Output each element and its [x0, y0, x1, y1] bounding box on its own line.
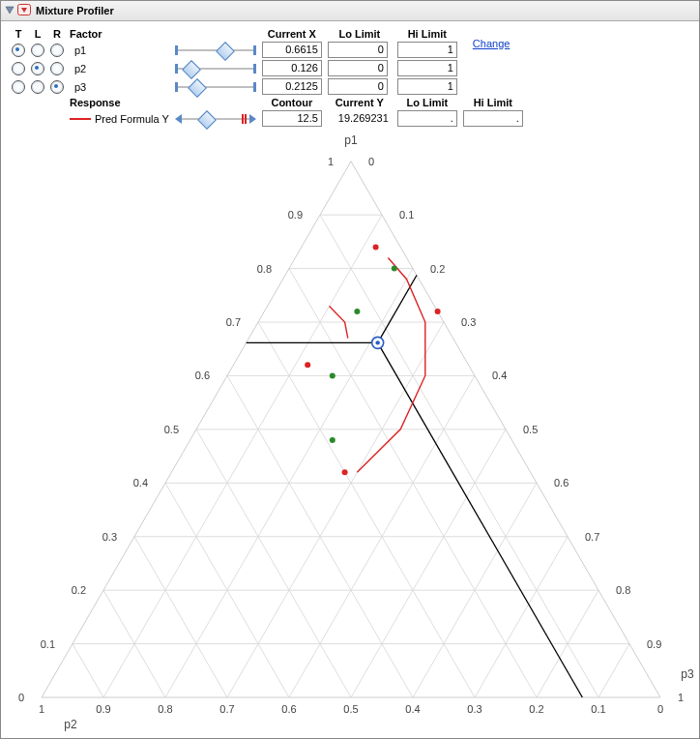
- contour-value[interactable]: 12.5: [262, 110, 322, 127]
- svg-text:0.9: 0.9: [96, 703, 110, 715]
- svg-point-71: [354, 309, 360, 314]
- svg-text:0: 0: [657, 703, 663, 715]
- svg-text:1: 1: [39, 703, 44, 715]
- svg-text:0.6: 0.6: [554, 477, 569, 488]
- radio-p2-T[interactable]: [12, 62, 25, 75]
- radio-p3-T[interactable]: [12, 80, 25, 94]
- col-currentX: Current X: [259, 27, 325, 41]
- svg-text:1: 1: [328, 156, 334, 167]
- factor-label: p1: [67, 41, 172, 59]
- change-link[interactable]: Change: [463, 38, 510, 49]
- svg-line-10: [258, 322, 475, 697]
- svg-line-28: [73, 644, 103, 697]
- factor-row: p3 0.2125 0 1: [9, 77, 526, 96]
- slider-response[interactable]: [175, 111, 256, 127]
- svg-point-74: [373, 244, 379, 250]
- radio-p1-T[interactable]: [12, 44, 25, 57]
- svg-point-75: [435, 309, 441, 314]
- svg-line-16: [196, 429, 351, 697]
- ternary-plot[interactable]: 00.10.20.30.40.50.60.70.80.9100.10.20.30…: [1, 127, 699, 738]
- current-y: 19.269231: [328, 111, 392, 126]
- col-currentY: Current Y: [325, 96, 394, 109]
- svg-line-69: [378, 276, 417, 343]
- svg-text:0.5: 0.5: [343, 703, 358, 715]
- col-R: R: [47, 27, 67, 41]
- col-hiLimit: Hi Limit: [394, 27, 460, 41]
- hi-limit-p1[interactable]: 1: [397, 42, 457, 58]
- svg-text:0.5: 0.5: [164, 424, 179, 435]
- svg-text:0.4: 0.4: [492, 370, 507, 381]
- lo-limit-resp[interactable]: .: [397, 110, 457, 127]
- svg-text:p3: p3: [681, 667, 694, 681]
- radio-p1-R[interactable]: [50, 44, 64, 57]
- svg-text:0.1: 0.1: [591, 703, 605, 715]
- svg-text:0.7: 0.7: [585, 531, 599, 543]
- col-L: L: [28, 27, 47, 41]
- lo-limit-p2[interactable]: 0: [328, 60, 388, 76]
- dropdown-menu-icon[interactable]: [17, 4, 31, 17]
- svg-text:0.1: 0.1: [399, 209, 414, 221]
- svg-line-17: [351, 429, 506, 697]
- svg-marker-0: [6, 7, 14, 14]
- response-label: Pred Formula Y: [95, 113, 169, 125]
- svg-text:0: 0: [18, 692, 24, 703]
- svg-text:0.7: 0.7: [226, 316, 241, 328]
- svg-text:1: 1: [678, 692, 684, 703]
- svg-text:0.3: 0.3: [467, 703, 481, 715]
- svg-text:0.4: 0.4: [133, 477, 148, 488]
- svg-text:0.9: 0.9: [647, 638, 661, 650]
- radio-p3-R[interactable]: [50, 80, 64, 94]
- current-x-p3[interactable]: 0.2125: [262, 78, 322, 95]
- svg-text:0.8: 0.8: [158, 703, 172, 715]
- svg-text:0.4: 0.4: [405, 703, 420, 715]
- factor-label: p2: [67, 59, 172, 77]
- svg-text:0.8: 0.8: [257, 263, 272, 275]
- svg-text:0.6: 0.6: [195, 370, 210, 381]
- response-color-swatch: [70, 118, 91, 120]
- svg-line-11: [227, 322, 444, 697]
- svg-line-23: [475, 537, 568, 697]
- disclosure-toggle-icon[interactable]: [5, 6, 15, 15]
- svg-line-5: [103, 215, 382, 697]
- col-loLimit: Lo Limit: [325, 27, 394, 41]
- col-loLimit2: Lo Limit: [394, 96, 460, 109]
- col-factor: Factor: [67, 27, 172, 41]
- factor-row: p1 0.6615 0 1: [9, 41, 526, 59]
- svg-point-73: [330, 437, 335, 443]
- lo-limit-p3[interactable]: 0: [328, 78, 388, 95]
- factor-label: p3: [67, 77, 172, 96]
- svg-point-79: [375, 340, 379, 344]
- factor-row: p2 0.126 0 1: [9, 59, 526, 77]
- svg-line-4: [320, 215, 598, 697]
- radio-p2-R[interactable]: [50, 62, 64, 75]
- slider-p2[interactable]: [175, 62, 256, 75]
- slider-p1[interactable]: [175, 44, 256, 57]
- current-x-p2[interactable]: 0.126: [262, 60, 322, 76]
- svg-text:0.2: 0.2: [430, 263, 445, 275]
- svg-point-70: [392, 266, 397, 272]
- current-x-p1[interactable]: 0.6615: [262, 42, 322, 58]
- hi-limit-p3[interactable]: 1: [397, 78, 457, 95]
- svg-text:0.6: 0.6: [281, 703, 296, 715]
- radio-p3-L[interactable]: [31, 80, 44, 94]
- radio-p2-L[interactable]: [31, 62, 44, 75]
- hi-limit-p2[interactable]: 1: [397, 60, 457, 76]
- hi-limit-resp[interactable]: .: [463, 110, 523, 127]
- svg-text:0.2: 0.2: [72, 584, 86, 596]
- svg-text:0: 0: [368, 156, 374, 167]
- svg-text:0.8: 0.8: [616, 584, 630, 596]
- svg-point-72: [330, 372, 335, 378]
- svg-point-77: [342, 469, 348, 475]
- svg-text:0.5: 0.5: [523, 424, 538, 435]
- svg-text:0.2: 0.2: [529, 703, 543, 715]
- svg-text:0.3: 0.3: [461, 316, 476, 328]
- svg-line-22: [134, 537, 227, 697]
- lo-limit-p1[interactable]: 0: [328, 42, 388, 58]
- radio-p1-L[interactable]: [31, 44, 44, 57]
- slider-p3[interactable]: [175, 80, 256, 94]
- svg-text:0.3: 0.3: [102, 531, 117, 543]
- col-response: Response: [67, 96, 172, 109]
- svg-text:p2: p2: [64, 718, 77, 731]
- controls-panel: T L R Factor Current X Lo Limit Hi Limit…: [1, 21, 699, 132]
- col-contour: Contour: [259, 96, 325, 109]
